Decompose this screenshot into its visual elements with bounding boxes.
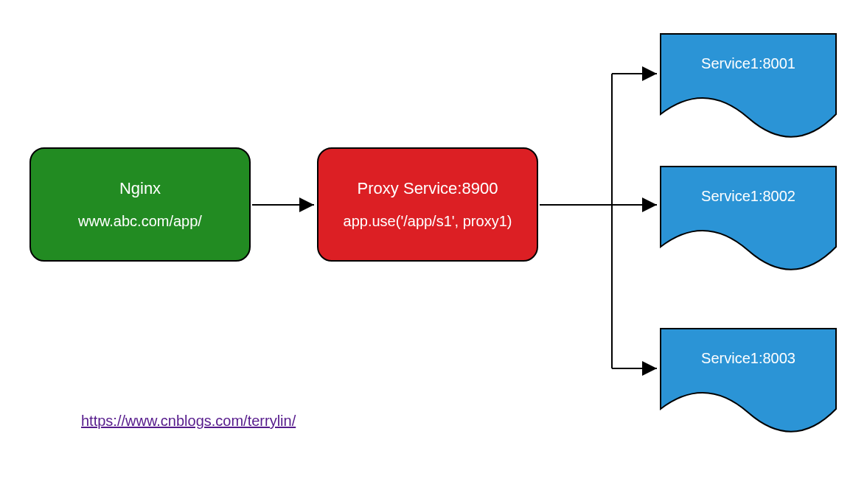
service-3-label: Service1:8003 [660, 350, 837, 367]
nginx-sub: www.abc.com/app/ [78, 213, 202, 230]
service-1-box: Service1:8001 [660, 33, 837, 140]
nginx-box: Nginx www.abc.com/app/ [29, 147, 251, 262]
service-1-label: Service1:8001 [660, 55, 837, 72]
service-3-box: Service1:8003 [660, 328, 837, 435]
nginx-title: Nginx [119, 179, 161, 198]
proxy-title: Proxy Service:8900 [358, 179, 498, 198]
service-2-box: Service1:8002 [660, 166, 837, 273]
service-2-label: Service1:8002 [660, 188, 837, 205]
attribution-link[interactable]: https://www.cnblogs.com/terrylin/ [81, 413, 296, 430]
proxy-box: Proxy Service:8900 app.use('/app/s1', pr… [317, 147, 538, 262]
proxy-sub: app.use('/app/s1', proxy1) [344, 213, 512, 230]
